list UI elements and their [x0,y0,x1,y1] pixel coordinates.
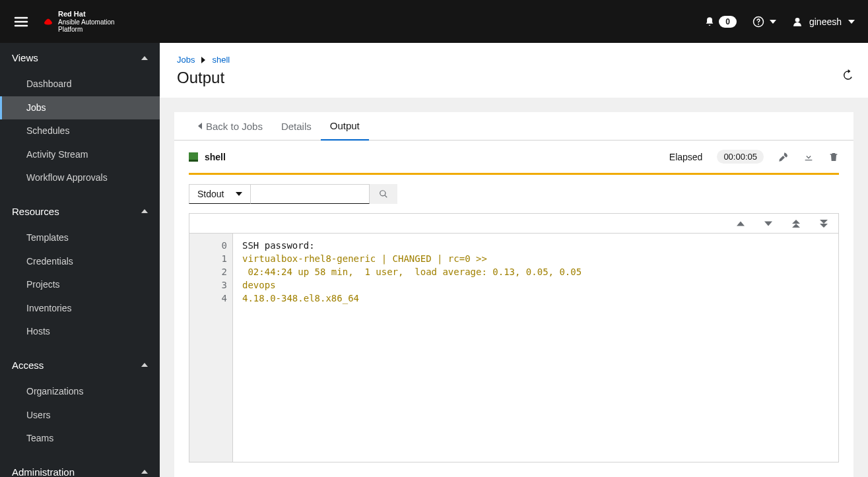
scroll-down-icon[interactable] [764,220,772,228]
breadcrumb-leaf[interactable]: shell [212,55,230,65]
elapsed-value: 00:00:05 [717,150,764,164]
user-icon [792,16,803,27]
help-menu[interactable] [752,16,776,28]
line-number: 0 [189,239,227,252]
tab-label: Output [330,120,360,131]
chevron-down-icon [141,209,148,213]
chevron-right-icon [201,57,205,63]
sidebar-item-users[interactable]: Users [0,404,160,428]
output-line: 02:44:24 up 58 min, 1 user, load average… [242,265,829,278]
sidebar-item-templates[interactable]: Templates [0,226,160,250]
status-icon [189,152,198,162]
filter-row: Stdout [174,175,853,204]
filter-input[interactable] [251,184,370,204]
nav-section-resources[interactable]: Resources [0,197,160,226]
sidebar-item-jobs[interactable]: Jobs [0,96,160,120]
sidebar-item-activity-stream[interactable]: Activity Stream [0,143,160,167]
job-output-card: Back to Jobs Details Output shell Elapse… [174,112,853,477]
line-number: 2 [189,265,227,278]
history-icon[interactable] [842,69,853,81]
job-name: shell [205,152,226,162]
svg-point-1 [758,23,759,24]
sidebar-item-workflow-approvals[interactable]: Workflow Approvals [0,166,160,190]
chevron-down-icon [848,20,855,24]
output-line: SSH password: [242,239,829,252]
brand-text: Red Hat Ansible Automation Platform [58,10,115,32]
line-gutter: 01234 [189,234,233,462]
redhat-icon [42,16,54,28]
line-number: 4 [189,292,227,305]
stdout-text: SSH password:virtualbox-rhel8-generic | … [233,234,838,462]
user-menu[interactable]: gineesh [792,16,855,27]
search-button[interactable] [370,184,397,204]
question-icon [752,16,764,28]
output-line: 4.18.0-348.el8.x86_64 [242,292,829,305]
tab-back-to-jobs[interactable]: Back to Jobs [189,113,272,140]
tab-output[interactable]: Output [321,112,369,141]
output-line: virtualbox-rhel8-generic | CHANGED | rc=… [242,252,829,265]
breadcrumb-root[interactable]: Jobs [177,55,195,65]
nav-section-administration[interactable]: Administration [0,457,160,477]
sidebar-item-credentials[interactable]: Credentials [0,250,160,274]
tab-details[interactable]: Details [272,113,321,140]
nav-section-views[interactable]: Views [0,43,160,73]
page-title: Output [177,69,851,87]
job-bar: shell Elapsed 00:00:05 [174,141,853,173]
sidebar-item-dashboard[interactable]: Dashboard [0,73,160,96]
output-body: 01234 SSH password:virtualbox-rhel8-gene… [189,234,838,462]
page-header: Jobs shell Output [160,43,868,98]
nav-toggle[interactable] [13,14,29,30]
notifications-button[interactable]: 0 [704,16,737,28]
username: gineesh [809,16,842,27]
search-icon [379,189,388,199]
sidebar-item-teams[interactable]: Teams [0,427,160,451]
masthead: Red Hat Ansible Automation Platform 0 gi… [0,0,868,43]
sidebar-item-hosts[interactable]: Hosts [0,320,160,344]
scroll-bottom-icon[interactable] [820,220,828,228]
chevron-down-icon [141,470,148,474]
tab-label: Back to Jobs [206,121,263,132]
scroll-top-icon[interactable] [792,220,800,228]
main-content: Jobs shell Output Back to Jobs Details [160,43,868,477]
sidebar-item-organizations[interactable]: Organizations [0,380,160,404]
sidebar-item-inventories[interactable]: Inventories [0,297,160,321]
scroll-up-icon[interactable] [737,220,745,228]
filter-mode-select[interactable]: Stdout [189,184,251,204]
tabs: Back to Jobs Details Output [174,112,853,141]
nav-section-access[interactable]: Access [0,350,160,380]
delete-icon[interactable] [828,152,839,162]
caret-down-icon [236,192,242,196]
tab-label: Details [281,121,312,132]
sidebar-item-projects[interactable]: Projects [0,273,160,297]
chevron-down-icon [141,56,148,60]
output-pane: 01234 SSH password:virtualbox-rhel8-gene… [189,213,839,462]
chevron-down-icon [770,20,776,24]
elapsed-label: Elapsed [669,152,703,162]
sidebar: ViewsDashboardJobsSchedulesActivity Stre… [0,43,160,477]
line-number: 1 [189,252,227,265]
notification-count: 0 [719,16,737,28]
brand-logo[interactable]: Red Hat Ansible Automation Platform [42,10,115,32]
bell-icon [704,16,715,27]
chevron-down-icon [141,363,148,367]
chevron-left-icon [198,123,202,129]
filter-mode-label: Stdout [197,189,224,199]
output-toolbar [189,214,838,234]
breadcrumb: Jobs shell [177,55,851,65]
svg-point-2 [795,18,800,22]
line-number: 3 [189,278,227,292]
download-icon[interactable] [803,152,814,162]
sidebar-item-schedules[interactable]: Schedules [0,119,160,143]
output-line: devops [242,278,829,292]
relaunch-icon[interactable] [778,152,789,162]
hamburger-icon [13,14,29,30]
